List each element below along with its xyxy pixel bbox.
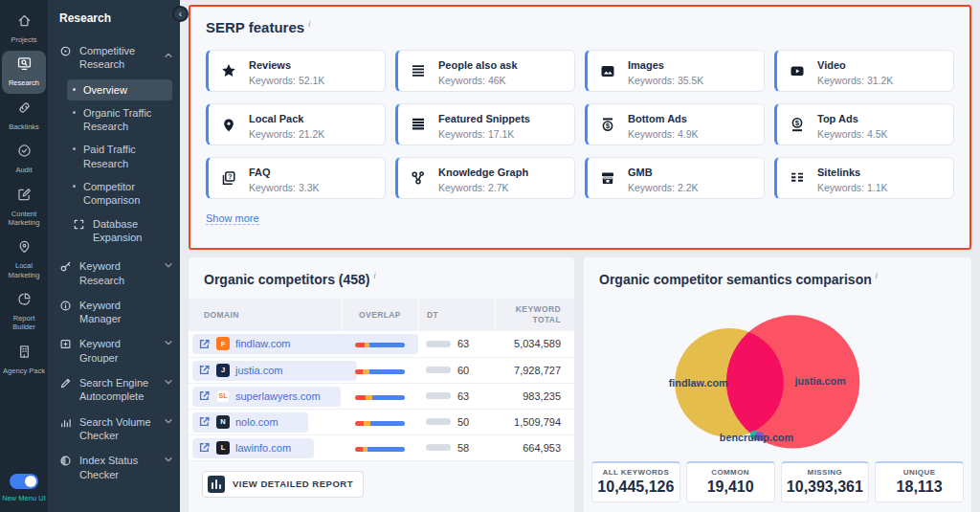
external-link-icon[interactable] bbox=[198, 390, 211, 402]
sidebar-item-search-volume-checker[interactable]: Search Volume Checker bbox=[59, 410, 172, 449]
target-icon bbox=[59, 45, 72, 60]
rail-item-projects[interactable]: Projects bbox=[2, 8, 46, 50]
venn-diagram[interactable]: findlaw.com justia.com bencrump.com bbox=[584, 299, 971, 459]
rail-item-agency-pack[interactable]: Agency Pack bbox=[2, 339, 46, 381]
sidebar-item-competitor-comparison[interactable]: Competitor Comparison bbox=[67, 176, 172, 211]
map-pin-filled-icon bbox=[220, 116, 237, 133]
panel-title-text: Organic competitors (458) bbox=[204, 272, 370, 287]
table-row: J justia.com 60 7,928,727 bbox=[189, 357, 574, 383]
stat-unique[interactable]: UNIQUE 18,113 bbox=[875, 461, 964, 502]
sidebar-item-database-expansion[interactable]: Database Expansion bbox=[67, 213, 172, 249]
semantics-comparison-panel: Organic competitor semantics comparison … bbox=[584, 257, 971, 512]
rail-item-label: Audit bbox=[15, 166, 32, 174]
info-icon[interactable]: i bbox=[373, 271, 375, 280]
nav-label: Database Expansion bbox=[93, 217, 167, 245]
sidebar-item-keyword-manager[interactable]: Keyword Manager bbox=[59, 293, 172, 332]
serp-card-sitelinks: SitelinksKeywords: 1.1K bbox=[774, 157, 954, 199]
chevron-down-icon bbox=[165, 452, 172, 465]
column-header-dt[interactable]: DT bbox=[418, 299, 495, 331]
favicon: N bbox=[216, 415, 230, 429]
overlap-bar bbox=[355, 343, 405, 347]
rail-item-research[interactable]: Research bbox=[2, 51, 46, 93]
competitive-research-submenu: Overview Organic Traffic Research Paid T… bbox=[67, 79, 172, 249]
sidebar-item-search-engine-autocomplete[interactable]: Search Engine Autocomplete bbox=[59, 370, 172, 410]
nav-label: Search Engine Autocomplete bbox=[79, 376, 159, 404]
external-link-icon[interactable] bbox=[198, 364, 211, 376]
info-icon[interactable]: i bbox=[876, 271, 878, 280]
serp-card-top-ads: $ Top AdsKeywords: 4.5K bbox=[774, 103, 954, 145]
domain-link[interactable]: justia.com bbox=[235, 365, 283, 376]
dt-gauge bbox=[426, 392, 451, 399]
overlap-bar bbox=[355, 447, 405, 452]
dt-value: 63 bbox=[457, 390, 469, 402]
nav-label: Keyword Manager bbox=[79, 299, 159, 326]
sidebar-item-index-status-checker[interactable]: Index Status Checker bbox=[59, 448, 172, 487]
external-link-icon[interactable] bbox=[198, 415, 211, 428]
rail-item-label: Report Builder bbox=[3, 314, 45, 332]
bar-chart-icon bbox=[59, 416, 72, 432]
sidebar-item-overview[interactable]: Overview bbox=[67, 79, 172, 100]
app-window: Projects Research Backlinks Audit Conten… bbox=[0, 0, 980, 512]
card-title: Local Pack bbox=[249, 113, 303, 124]
serp-card-gmb: GMBKeywords: 2.2K bbox=[585, 157, 765, 199]
sidebar-item-keyword-research[interactable]: Keyword Research bbox=[59, 254, 172, 293]
sidebar-title: Research bbox=[59, 11, 172, 25]
stat-common[interactable]: COMMON 19,410 bbox=[686, 461, 775, 502]
serp-card-people-also-ask: People also askKeywords: 46K bbox=[395, 50, 575, 92]
card-keywords: Keywords: 2.2K bbox=[628, 182, 699, 193]
table-row: N nolo.com 50 1,509,794 bbox=[189, 409, 574, 434]
keyword-total-value: 983,235 bbox=[495, 383, 574, 409]
info-icon[interactable]: i bbox=[308, 19, 310, 29]
stat-label: ALL KEYWORDS bbox=[594, 468, 678, 477]
sidebar-item-keyword-grouper[interactable]: Keyword Grouper bbox=[59, 331, 172, 370]
sidebar-item-paid-traffic-research[interactable]: Paid Traffic Research bbox=[67, 139, 172, 174]
nav-label: Keyword Research bbox=[79, 259, 159, 287]
sidebar-item-organic-traffic-research[interactable]: Organic Traffic Research bbox=[67, 102, 172, 138]
rail-item-local-marketing[interactable]: Local Marketing bbox=[2, 234, 46, 285]
serp-card-knowledge-graph: Knowledge GraphKeywords: 2.7K bbox=[395, 157, 575, 199]
column-header-overlap[interactable]: OVERLAP bbox=[342, 299, 418, 331]
check-circle-icon bbox=[16, 143, 33, 163]
stat-all-keywords[interactable]: ALL KEYWORDS 10,445,126 bbox=[591, 461, 680, 502]
bar-chart-icon bbox=[208, 476, 225, 493]
overlap-missing-segment bbox=[355, 421, 364, 426]
svg-text:$: $ bbox=[795, 119, 800, 127]
rail-item-label: Content Marketing bbox=[3, 210, 45, 228]
new-menu-ui-toggle[interactable] bbox=[10, 474, 38, 489]
sidebar-collapse-button[interactable]: ‹ bbox=[172, 6, 189, 22]
external-link-icon[interactable] bbox=[198, 338, 211, 350]
rail-item-report-builder[interactable]: Report Builder bbox=[2, 286, 46, 338]
overlap-unique-segment bbox=[363, 369, 369, 374]
card-title: Featured Snippets bbox=[438, 113, 530, 124]
domain-link[interactable]: lawinfo.com bbox=[235, 442, 291, 454]
card-keywords: Keywords: 46K bbox=[438, 75, 518, 86]
serp-card-featured-snippets: Featured SnippetsKeywords: 17.1K bbox=[395, 103, 575, 145]
domain-link[interactable]: nolo.com bbox=[235, 416, 278, 428]
stat-value: 10,393,361 bbox=[784, 479, 867, 496]
rail-item-backlinks[interactable]: Backlinks bbox=[2, 95, 46, 137]
column-header-domain[interactable]: DOMAIN bbox=[189, 299, 342, 331]
domain-link[interactable]: findlaw.com bbox=[235, 338, 290, 349]
column-header-keyword-total[interactable]: KEYWORD TOTAL bbox=[495, 299, 574, 331]
nav-label: Paid Traffic Research bbox=[83, 143, 167, 170]
venn-label-bencrump: bencrump.com bbox=[720, 432, 793, 443]
external-link-icon[interactable] bbox=[198, 441, 211, 454]
stat-missing[interactable]: MISSING 10,393,361 bbox=[781, 461, 870, 502]
stat-label: COMMON bbox=[689, 468, 772, 477]
rail-item-content-marketing[interactable]: Content Marketing bbox=[2, 182, 46, 234]
show-more-link[interactable]: Show more bbox=[206, 212, 259, 225]
view-detailed-report-button[interactable]: VIEW DETAILED REPORT bbox=[202, 471, 364, 498]
bullet-icon bbox=[73, 147, 76, 150]
dt-gauge bbox=[426, 367, 451, 373]
dt-gauge bbox=[426, 341, 451, 347]
domain-link[interactable]: superlawyers.com bbox=[235, 390, 321, 402]
rail-item-audit[interactable]: Audit bbox=[2, 138, 46, 180]
overlap-unique-segment bbox=[366, 395, 372, 400]
bullet-icon bbox=[73, 111, 76, 114]
bullet-icon bbox=[73, 185, 76, 188]
competitors-table: DOMAIN OVERLAP DT KEYWORD TOTAL F findla… bbox=[189, 299, 574, 461]
sidebar-item-competitive-research[interactable]: Competitive Research bbox=[59, 44, 172, 72]
card-keywords: Keywords: 35.5K bbox=[628, 75, 703, 86]
nav-label: Keyword Grouper bbox=[79, 337, 159, 365]
overlap-common-segment bbox=[368, 447, 405, 452]
